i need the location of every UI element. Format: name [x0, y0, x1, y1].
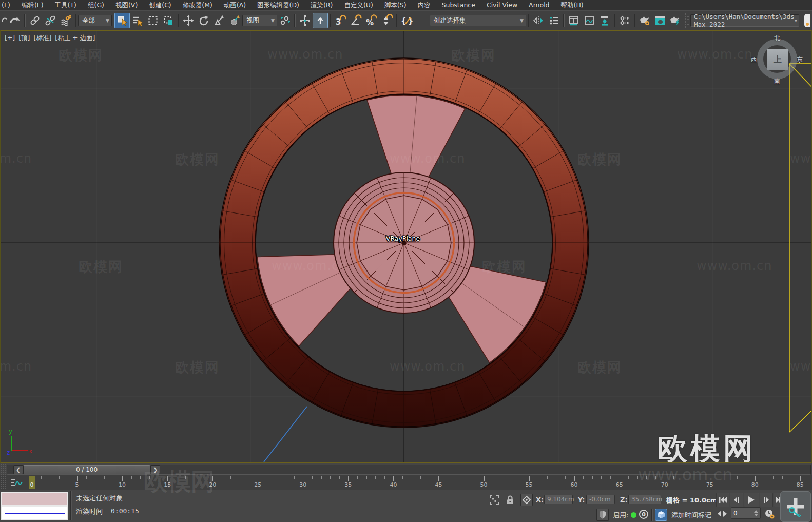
use-pivot-center-button[interactable]: [277, 13, 293, 28]
menu-item[interactable]: (F): [0, 0, 16, 10]
viewport-label-segment[interactable]: [+]: [5, 34, 15, 43]
select-and-place-button[interactable]: [227, 13, 242, 28]
viewport-label-segment[interactable]: [粘土 + 边面]: [55, 34, 95, 43]
key-mode-toggle-button[interactable]: [716, 508, 728, 519]
viewport-top[interactable]: yxzVRayPlane [+][顶][标准][粘土 + 边面] 欧模网www.…: [0, 30, 812, 463]
svg-text:y: y: [9, 428, 12, 435]
next-frame-button[interactable]: [760, 493, 773, 507]
rectangular-selection-region-button[interactable]: [145, 13, 161, 28]
render-setup-button[interactable]: [637, 13, 652, 28]
time-configuration-button[interactable]: [763, 507, 776, 520]
isolate-selection-icon[interactable]: [489, 494, 500, 506]
render-time-label: 渲染时间: [76, 507, 103, 516]
menu-item[interactable]: 组(G): [82, 0, 110, 10]
ruler-tick: [303, 476, 303, 481]
viewport-label-segment[interactable]: [顶]: [18, 34, 30, 43]
menu-item[interactable]: 渲染(R): [305, 0, 338, 10]
select-object-button[interactable]: [114, 13, 130, 28]
ruler-frame-label: 55: [521, 481, 537, 488]
viewcube[interactable]: 上 北 南 西 东: [753, 35, 801, 83]
vrayplane-gizmo-lines[interactable]: [789, 64, 811, 432]
keyboard-override-toggle-button[interactable]: [313, 13, 328, 28]
maxscript-mini-listener[interactable]: [1, 506, 68, 520]
bind-to-spacewarp-button[interactable]: [58, 13, 73, 28]
menu-item[interactable]: 动画(A): [218, 0, 252, 10]
viewcube-east-label[interactable]: 东: [797, 55, 803, 64]
undo-button[interactable]: [0, 13, 7, 28]
menu-item[interactable]: 编辑(E): [16, 0, 49, 10]
ruler-tick: [692, 476, 692, 479]
adaptive-degradation-icon[interactable]: [596, 509, 609, 521]
ruler-tick: [375, 476, 376, 479]
menu-item[interactable]: Civil View: [481, 0, 523, 10]
menu-item[interactable]: 脚本(S): [379, 0, 412, 10]
select-and-manipulate-button[interactable]: [297, 13, 313, 28]
window-crossing-toggle-button[interactable]: [161, 13, 176, 28]
menu-item[interactable]: Substance: [436, 0, 481, 10]
menu-item[interactable]: 修改器(M): [177, 0, 218, 10]
curve-editor-button[interactable]: [582, 13, 597, 28]
pen-icon[interactable]: [804, 14, 810, 27]
render-production-button[interactable]: [668, 13, 683, 28]
track-bar[interactable]: 0510152025303540455055606570758085: [0, 475, 812, 491]
select-and-move-button[interactable]: [181, 13, 196, 28]
object-label[interactable]: VRayPlane: [386, 235, 420, 242]
mirror-button[interactable]: [531, 13, 546, 28]
x-coordinate-field[interactable]: 9.104cm: [544, 495, 573, 504]
menu-item[interactable]: 自定义(U): [338, 0, 378, 10]
current-frame-field[interactable]: 0: [731, 507, 761, 519]
viewcube-north-label[interactable]: 北: [774, 34, 780, 43]
select-and-rotate-button[interactable]: [196, 13, 211, 28]
play-button[interactable]: [744, 493, 759, 507]
project-folder-dropdown[interactable]: C:\Users\Han\Documents\3ds Max 2022▼: [690, 14, 799, 27]
next-frame-arrow-button[interactable]: ❯: [150, 465, 160, 474]
redo-button[interactable]: [7, 13, 23, 28]
frame-spinner[interactable]: [754, 510, 758, 516]
percent-snap-toggle-button[interactable]: %: [363, 13, 379, 28]
z-coordinate-field[interactable]: 35.758cm: [628, 495, 661, 504]
y-coordinate-field[interactable]: -0.0cm: [586, 495, 615, 504]
menu-item[interactable]: 图形编辑器(D): [252, 0, 305, 10]
reference-coordinate-dropdown[interactable]: 视图▼: [242, 15, 277, 26]
ruler-tick: [149, 476, 150, 479]
ruler-tick: [393, 476, 394, 481]
select-and-link-button[interactable]: [27, 13, 43, 28]
time-slider-handle[interactable]: 0 / 100: [23, 465, 150, 474]
time-tag-cube-icon[interactable]: [655, 509, 667, 521]
menu-item[interactable]: 视图(V): [110, 0, 143, 10]
selection-filter-dropdown[interactable]: 全部▼: [78, 15, 112, 26]
edit-named-selection-sets-button[interactable]: { }: [399, 13, 414, 28]
select-by-name-button[interactable]: [130, 13, 145, 28]
menu-item[interactable]: 创建(C): [143, 0, 177, 10]
lock-selection-icon[interactable]: [505, 494, 515, 506]
add-time-tag-button[interactable]: 添加时间标记: [671, 511, 711, 520]
named-selection-set-dropdown[interactable]: 创建选择集▼: [430, 15, 526, 26]
menu-item[interactable]: Arnold: [523, 0, 555, 10]
material-editor-button[interactable]: [617, 13, 632, 28]
absolute-mode-toggle-button[interactable]: [520, 494, 533, 506]
viewcube-south-label[interactable]: 南: [774, 77, 780, 86]
viewport-label-segment[interactable]: [标准]: [34, 34, 52, 43]
macro-recorder-field[interactable]: [1, 492, 68, 506]
timeline-grip[interactable]: [0, 463, 6, 475]
previous-frame-button[interactable]: [730, 493, 743, 507]
viewcube-top-face[interactable]: 上: [767, 49, 788, 70]
rendered-frame-window-button[interactable]: [652, 13, 668, 28]
timeline-ruler[interactable]: 0510152025303540455055606570758085: [0, 475, 812, 491]
zero-count-badge[interactable]: 0: [639, 510, 648, 519]
schematic-view-button[interactable]: [597, 13, 612, 28]
previous-frame-arrow-button[interactable]: ❮: [13, 465, 23, 474]
go-to-start-button[interactable]: [716, 493, 729, 507]
menu-item[interactable]: 内容: [412, 0, 436, 10]
menu-item[interactable]: 帮助(H): [555, 0, 589, 10]
select-and-scale-button[interactable]: [211, 13, 227, 28]
scene-explorer-toggle-button[interactable]: [546, 13, 562, 28]
snap-toggle-3d-button[interactable]: 3: [333, 13, 348, 28]
viewcube-west-label[interactable]: 西: [751, 55, 757, 64]
spinner-snap-toggle-button[interactable]: [379, 13, 394, 28]
menu-item[interactable]: 工具(T): [49, 0, 82, 10]
angle-snap-toggle-button[interactable]: [348, 13, 363, 28]
create-key-button[interactable]: [780, 491, 811, 522]
layer-explorer-button[interactable]: [566, 13, 582, 28]
unlink-selection-button[interactable]: [43, 13, 58, 28]
